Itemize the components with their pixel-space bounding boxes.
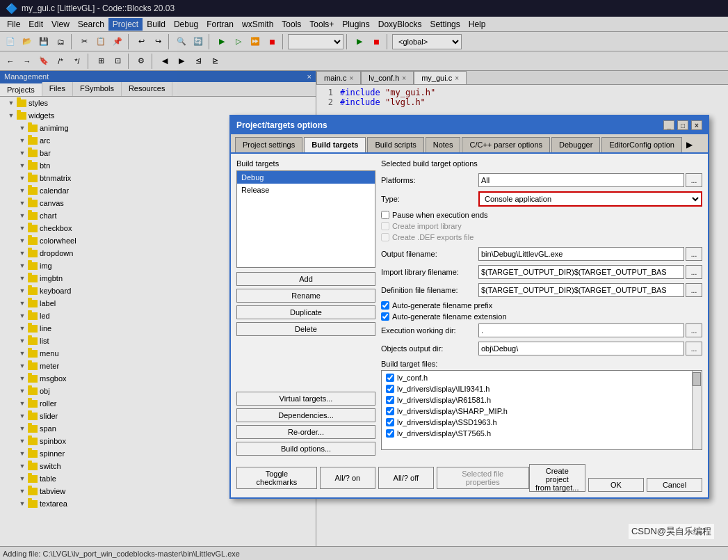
selected-props-btn[interactable]: Selected file properties	[437, 467, 529, 489]
dialog-titlebar-buttons: _ □ ×	[663, 120, 702, 130]
output-input[interactable]	[478, 247, 684, 261]
file-item: lv_drivers\display\ST7565.h	[382, 428, 702, 439]
target-release[interactable]: Release	[237, 184, 375, 196]
dialog-footer: Toggle checkmarks All/? on All/? off Sel…	[231, 461, 708, 497]
footer-left: Toggle checkmarks All/? on All/? off Sel…	[236, 467, 529, 489]
platforms-btn[interactable]: ...	[686, 173, 702, 187]
import-label: Create import library	[392, 222, 462, 230]
file-label-3: lv_drivers\display\SHARP_MIP.h	[397, 407, 508, 415]
dialog-tabs: Project settings Build targets Build scr…	[231, 134, 708, 154]
file-checkbox-3[interactable]	[386, 407, 394, 415]
dialog-minimize-btn[interactable]: _	[663, 120, 674, 130]
import-lib-btn[interactable]: ...	[686, 265, 702, 279]
file-item: lv_drivers\display\SHARP_MIP.h	[382, 406, 702, 417]
files-list: lv_conf.h lv_drivers\display\ILI9341.h l…	[381, 370, 702, 450]
targets-buttons: Add Rename Duplicate Delete	[236, 272, 375, 336]
create-project-btn[interactable]: Create project from target...	[529, 464, 585, 492]
tab-build-scripts[interactable]: Build scripts	[367, 137, 423, 152]
file-checkbox-4[interactable]	[386, 418, 394, 426]
delete-target-btn[interactable]: Delete	[236, 322, 375, 336]
auto-ext-row: Auto-generate filename extension	[381, 312, 702, 321]
watermark: CSDN@昊自乐编程	[629, 524, 714, 539]
project-targets-dialog: Project/targets options _ □ × Project se…	[229, 115, 709, 499]
auto-prefix-checkbox[interactable]	[381, 301, 389, 310]
file-checkbox-1[interactable]	[386, 385, 394, 393]
dialog-title: Project/targets options	[236, 120, 327, 130]
cancel-btn[interactable]: Cancel	[647, 478, 702, 492]
file-item: lv_drivers\display\SSD1963.h	[382, 417, 702, 428]
import-lib-label: Import library filename:	[381, 268, 478, 276]
scrollbar-thumb[interactable]	[693, 372, 701, 386]
pause-label: Pause when execution ends	[392, 211, 488, 219]
dialog-close-btn[interactable]: ×	[691, 120, 702, 130]
files-section: Build target files: lv_conf.h lv_drivers…	[381, 360, 702, 450]
auto-ext-label: Auto-generate filename extension	[392, 312, 507, 321]
def-file-btn[interactable]: ...	[686, 283, 702, 297]
auto-prefix-label: Auto-generate filename prefix	[392, 301, 492, 310]
file-item: lv_conf.h	[382, 372, 702, 383]
auto-ext-checkbox[interactable]	[381, 312, 389, 321]
import-checkbox[interactable]	[381, 222, 389, 230]
scrollbar[interactable]	[692, 371, 702, 449]
target-debug[interactable]: Debug	[237, 171, 375, 184]
tab-editor-config[interactable]: EditorConfig option	[601, 137, 682, 152]
type-label: Type:	[381, 195, 478, 203]
tab-project-settings[interactable]: Project settings	[235, 137, 302, 152]
pause-checkbox[interactable]	[381, 211, 389, 219]
build-targets-header: Build targets	[236, 159, 375, 168]
def-file-row: Definition file filename: ...	[381, 283, 702, 297]
reorder-btn[interactable]: Re-order...	[236, 425, 375, 439]
duplicate-target-btn[interactable]: Duplicate	[236, 305, 375, 319]
dependencies-btn[interactable]: Dependencies...	[236, 408, 375, 422]
type-row: Type: Console application	[381, 191, 702, 207]
def-file-input[interactable]	[478, 283, 684, 297]
def-checkbox-row: Create .DEF exports file	[381, 233, 702, 241]
footer-right: Create project from target... OK Cancel	[529, 464, 702, 492]
pause-checkbox-row: Pause when execution ends	[381, 211, 702, 219]
dialog-maximize-btn[interactable]: □	[677, 120, 688, 130]
auto-prefix-row: Auto-generate filename prefix	[381, 301, 702, 310]
ok-btn[interactable]: OK	[588, 478, 644, 492]
platforms-label: Platforms:	[381, 176, 478, 184]
exec-dir-input[interactable]	[478, 323, 684, 337]
obj-dir-label: Objects output dir:	[381, 344, 478, 353]
all-off-btn[interactable]: All/? off	[378, 467, 434, 489]
tab-build-targets[interactable]: Build targets	[304, 137, 366, 154]
obj-dir-btn[interactable]: ...	[686, 342, 702, 355]
def-file-label: Definition file filename:	[381, 286, 478, 294]
tab-more-arrow[interactable]: ▶	[683, 137, 695, 152]
output-btn[interactable]: ...	[686, 247, 702, 261]
rename-target-btn[interactable]: Rename	[236, 289, 375, 303]
tab-debugger[interactable]: Debugger	[551, 137, 600, 152]
type-select[interactable]: Console application	[478, 191, 702, 207]
bottom-buttons: Virtual targets... Dependencies... Re-or…	[236, 392, 375, 456]
toggle-checkmarks-btn[interactable]: Toggle checkmarks	[236, 467, 317, 489]
files-label: Build target files:	[381, 360, 702, 368]
add-target-btn[interactable]: Add	[236, 272, 375, 286]
file-label-4: lv_drivers\display\SSD1963.h	[397, 418, 497, 426]
all-on-btn[interactable]: All/? on	[320, 467, 375, 489]
tab-notes[interactable]: Notes	[426, 137, 461, 152]
output-label: Output filename:	[381, 250, 478, 258]
file-checkbox-5[interactable]	[386, 429, 394, 438]
dialog-content: Build targets Debug Release Add Rename D…	[231, 154, 708, 461]
def-checkbox[interactable]	[381, 233, 389, 241]
output-row: Output filename: ...	[381, 247, 702, 261]
footer-file-buttons: Toggle checkmarks All/? on All/? off Sel…	[236, 467, 529, 489]
import-checkbox-row: Create import library	[381, 222, 702, 230]
ok-cancel-buttons: OK Cancel	[588, 478, 702, 492]
build-options-btn[interactable]: Build options...	[236, 442, 375, 456]
import-lib-input[interactable]	[478, 265, 684, 279]
platforms-input[interactable]	[478, 173, 684, 187]
tab-cpp-parser[interactable]: C/C++ parser options	[462, 137, 550, 152]
file-label-5: lv_drivers\display\ST7565.h	[397, 429, 491, 438]
exec-dir-btn[interactable]: ...	[686, 323, 702, 337]
file-item: lv_drivers\display\R61581.h	[382, 394, 702, 406]
obj-dir-input[interactable]	[478, 342, 684, 355]
file-label-1: lv_drivers\display\ILI9341.h	[397, 385, 490, 393]
targets-list: Debug Release	[236, 170, 375, 268]
file-checkbox-2[interactable]	[386, 396, 394, 404]
file-checkbox-0[interactable]	[386, 374, 394, 382]
virtual-targets-btn[interactable]: Virtual targets...	[236, 392, 375, 406]
def-label: Create .DEF exports file	[392, 233, 474, 241]
